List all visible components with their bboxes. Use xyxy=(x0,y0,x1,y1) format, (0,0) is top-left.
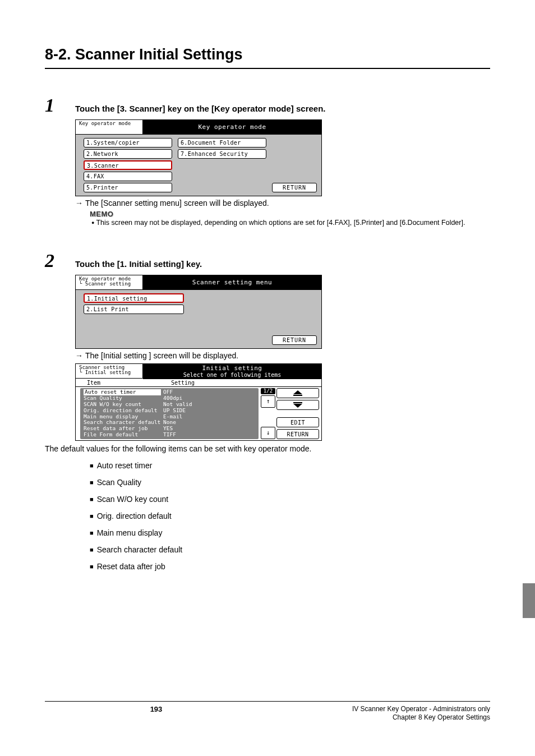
menu-document-folder[interactable]: 6.Document Folder xyxy=(178,138,266,147)
bullet-list: Auto reset timer Scan Quality Scan W/O k… xyxy=(90,461,490,571)
edit-button[interactable]: EDIT xyxy=(276,417,319,427)
return-button[interactable]: RETURN xyxy=(272,335,317,345)
bullet-item: Reset data after job xyxy=(90,562,490,571)
memo-label: MEMO xyxy=(90,210,490,218)
menu-network[interactable]: 2.Network xyxy=(84,149,172,159)
step-result: →The [Initial setting ] screen will be d… xyxy=(75,351,490,360)
scroll-up-button[interactable]: ↑ xyxy=(261,395,275,408)
step-instruction: Touch the [3. Scanner] key on the [Key o… xyxy=(75,98,326,113)
step-number: 2 xyxy=(45,250,75,271)
screen-breadcrumb: Key operator mode └ Scanner setting xyxy=(76,275,143,290)
list-item[interactable]: File Form defaultTIFF xyxy=(84,432,255,438)
step-1: 1 Touch the [3. Scanner] key on the [Key… xyxy=(45,95,490,116)
section-title: 8-2. Scanner Initial Settings xyxy=(45,46,490,69)
menu-printer[interactable]: 5.Printer xyxy=(84,183,172,192)
list-item[interactable]: Orig. direction defaultUP SIDE xyxy=(84,408,255,414)
footer-line-1: IV Scanner Key Operator - Administrators… xyxy=(268,705,490,714)
return-button[interactable]: RETURN xyxy=(272,183,317,192)
go-bottom-button[interactable] xyxy=(276,400,319,410)
go-top-button[interactable] xyxy=(276,388,319,398)
svg-marker-3 xyxy=(293,404,302,408)
bullet-item: Search character default xyxy=(90,545,490,554)
memo: MEMO This screen may not be displayed, d… xyxy=(90,210,490,228)
step-instruction: Touch the [1. Initial setting] key. xyxy=(75,253,202,269)
menu-scanner[interactable]: 3.Scanner xyxy=(84,160,172,170)
bullet-item: Orig. direction default xyxy=(90,511,490,520)
step-number: 1 xyxy=(45,95,75,116)
col-setting: Setting xyxy=(171,380,227,386)
menu-fax[interactable]: 4.FAX xyxy=(84,172,172,181)
scroll-down-button[interactable]: ↓ xyxy=(261,427,275,439)
screen-subtitle: Select one of following items xyxy=(143,371,321,379)
screen-title: Key operator mode xyxy=(143,120,321,135)
screenshot-scanner-setting-menu: Key operator mode └ Scanner setting Scan… xyxy=(75,275,322,349)
page-indicator: 1/2 xyxy=(261,388,275,394)
svg-marker-0 xyxy=(293,390,302,394)
menu-enhanced-security[interactable]: 7.Enhanced Security xyxy=(178,149,266,159)
footer-line-2: Chapter 8 Key Operator Settings xyxy=(268,713,490,722)
menu-initial-setting[interactable]: 1.Initial setting xyxy=(84,293,184,303)
step-result: →The [Scanner setting menu] screen will … xyxy=(75,199,490,208)
arrow-icon: → xyxy=(75,199,83,208)
result-text: The [Initial setting ] screen will be di… xyxy=(85,351,238,360)
page-number: 193 xyxy=(45,705,268,722)
section-tab xyxy=(523,583,535,618)
screen-breadcrumb: Key operator mode xyxy=(76,120,143,135)
menu-system-copier[interactable]: 1.System/copier xyxy=(84,138,172,147)
screenshot-key-operator-mode: Key operator mode Key operator mode 1.Sy… xyxy=(75,119,322,196)
screen-title: Scanner setting menu xyxy=(143,275,321,290)
col-item: Item xyxy=(87,380,171,386)
table-header: Item Setting xyxy=(76,379,321,387)
screen-breadcrumb: Scanner setting └ Initial setting xyxy=(76,364,143,379)
return-button[interactable]: RETURN xyxy=(276,429,319,439)
arrow-icon: → xyxy=(75,351,83,360)
svg-rect-2 xyxy=(293,402,302,403)
bullet-item: Auto reset timer xyxy=(90,461,490,470)
menu-list-print[interactable]: 2.List Print xyxy=(84,305,184,314)
page-footer: 193 IV Scanner Key Operator - Administra… xyxy=(45,701,490,722)
settings-list[interactable]: Auto reset timerOFF Scan Quality400dpi S… xyxy=(80,388,259,439)
list-item[interactable]: SCAN W/O key countNot valid xyxy=(84,402,255,408)
svg-rect-1 xyxy=(293,395,302,396)
screenshot-initial-setting: Scanner setting └ Initial setting Initia… xyxy=(75,363,322,441)
screen-title: Initial setting xyxy=(143,364,321,371)
bullet-item: Scan Quality xyxy=(90,478,490,487)
go-top-icon xyxy=(292,390,303,397)
step-2: 2 Touch the [1. Initial setting] key. xyxy=(45,250,490,271)
bullet-item: Scan W/O key count xyxy=(90,495,490,504)
result-text: The [Scanner setting menu] screen will b… xyxy=(85,199,269,208)
body-text: The default values for the following ite… xyxy=(45,444,490,453)
bullet-item: Main menu display xyxy=(90,528,490,537)
go-bottom-icon xyxy=(292,402,303,408)
memo-text: This screen may not be displayed, depend… xyxy=(90,218,490,228)
